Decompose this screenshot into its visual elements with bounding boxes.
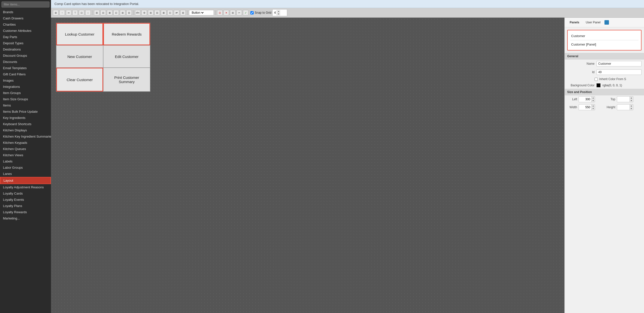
- height-stepper[interactable]: ▲ ▼: [617, 104, 633, 110]
- top-stepper-btns[interactable]: ▲ ▼: [630, 97, 633, 102]
- height-stepper-btns[interactable]: ▲ ▼: [630, 105, 633, 110]
- toolbar-btn-1[interactable]: ⊞: [53, 10, 58, 16]
- sidebar-item-loyalty-cards[interactable]: Loyalty Cards: [0, 190, 51, 197]
- selection-customer-panel[interactable]: Customer [Panel]: [570, 41, 638, 48]
- tab-user-panel[interactable]: User Panel: [583, 20, 603, 25]
- panel-blue-indicator[interactable]: [604, 20, 609, 25]
- toolbar-btn-check[interactable]: ✓: [243, 10, 248, 16]
- sidebar-item-cash-drawers[interactable]: Cash Drawers: [0, 15, 51, 22]
- id-value[interactable]: [596, 69, 642, 75]
- left-down[interactable]: ▼: [591, 99, 595, 102]
- name-value[interactable]: [596, 61, 642, 67]
- sidebar-item-gift-card-filters[interactable]: Gift Card Filters: [0, 71, 51, 77]
- sidebar-item-loyalty-adjustment-reasons[interactable]: Loyalty Adjustment Reasons: [0, 184, 51, 190]
- canvas-btn-lookup-customer[interactable]: Lookup Customer: [56, 23, 103, 45]
- toolbar-btn-11[interactable]: ⊞: [120, 10, 125, 16]
- sidebar-item-lanes[interactable]: Lanes: [0, 171, 51, 177]
- grid-down[interactable]: ▼: [277, 13, 280, 16]
- toolbar-btn-18[interactable]: ⊡: [167, 10, 173, 16]
- sidebar-item-labels[interactable]: Labels: [0, 158, 51, 164]
- toolbar-btn-grid[interactable]: ⊞: [230, 10, 236, 16]
- sidebar-item-kitchen-queues[interactable]: Kitchen Queues: [0, 146, 51, 152]
- toolbar-btn-20[interactable]: ⊞: [180, 10, 186, 16]
- sidebar-item-discount-groups[interactable]: Discount Groups: [0, 53, 51, 59]
- top-input[interactable]: [617, 97, 630, 102]
- sidebar-item-day-parts[interactable]: Day Parts: [0, 34, 51, 40]
- toolbar-btn-17[interactable]: ⊠: [161, 10, 166, 16]
- grid-up[interactable]: ▲: [277, 10, 280, 13]
- toolbar-btn-3[interactable]: ⇔: [66, 10, 71, 16]
- grid-stepper[interactable]: ▲ ▼: [277, 10, 280, 16]
- sidebar-item-item-groups[interactable]: Item Groups: [0, 90, 51, 96]
- toolbar-btn-8[interactable]: ⊟: [100, 10, 106, 16]
- toolbar-btn-16[interactable]: ⊟: [154, 10, 160, 16]
- toolbar-btn-2[interactable]: ↑: [60, 10, 65, 16]
- height-input[interactable]: [617, 105, 630, 110]
- height-down[interactable]: ▼: [630, 107, 633, 110]
- filter-input[interactable]: [2, 2, 50, 8]
- top-down[interactable]: ▼: [630, 99, 633, 102]
- toolbar-btn-5[interactable]: ⊡: [79, 10, 84, 16]
- width-stepper-btns[interactable]: ▲ ▼: [591, 105, 595, 110]
- sidebar-item-loyalty-plans[interactable]: Loyalty Plans: [0, 203, 51, 209]
- sidebar-item-brands[interactable]: Brands: [0, 9, 51, 15]
- sidebar-item-discounts[interactable]: Discounts: [0, 59, 51, 65]
- sidebar-item-items-bulk-price-update[interactable]: Items Bulk Price Update: [0, 109, 51, 115]
- sidebar-item-customer-attributes[interactable]: Customer Attributes: [0, 28, 51, 34]
- sidebar-item-integrations[interactable]: Integrations: [0, 84, 51, 90]
- toolbar-btn-15[interactable]: ⊞: [148, 10, 154, 16]
- width-stepper[interactable]: ▲ ▼: [578, 104, 595, 110]
- sidebar-item-layout[interactable]: Layout: [0, 177, 51, 184]
- canvas-btn-clear-customer[interactable]: Clear Customer: [56, 68, 103, 92]
- name-input[interactable]: [598, 62, 640, 66]
- toolbar-btn-copy[interactable]: ⊡: [217, 10, 222, 16]
- height-up[interactable]: ▲: [630, 105, 633, 107]
- sidebar-item-destinations[interactable]: Destinations: [0, 46, 51, 53]
- sidebar-item-keyboard-shortcuts[interactable]: Keyboard Shortcuts: [0, 121, 51, 127]
- sidebar-item-email-templates[interactable]: Email Templates: [0, 65, 51, 71]
- sidebar-item-labor-groups[interactable]: Labor Groups: [0, 164, 51, 171]
- toolbar-btn-delete[interactable]: ✕: [224, 10, 229, 16]
- toolbar-btn-12[interactable]: ⊟: [126, 10, 132, 16]
- canvas-btn-new-customer[interactable]: New Customer: [56, 45, 103, 68]
- sidebar-item-loyalty-events[interactable]: Loyalty Events: [0, 197, 51, 203]
- toolbar-btn-19[interactable]: ⇄: [174, 10, 179, 16]
- toolbar-btn-7[interactable]: ⊞: [94, 10, 100, 16]
- toolbar-btn-14[interactable]: ⚙: [142, 10, 147, 16]
- sidebar-item-kitchen-key-ingredient-summaries[interactable]: Kitchen Key Ingredient Summaries: [0, 133, 51, 140]
- left-input[interactable]: [579, 97, 591, 102]
- sidebar-item-images[interactable]: Images: [0, 77, 51, 84]
- sidebar-item-charities[interactable]: Charities: [0, 22, 51, 28]
- toolbar-btn-9[interactable]: ⊠: [107, 10, 112, 16]
- width-input[interactable]: [579, 105, 591, 110]
- id-input[interactable]: [598, 70, 640, 74]
- sidebar-item-kitchen-keypads[interactable]: Kitchen Keypads: [0, 140, 51, 146]
- left-stepper-btns[interactable]: ▲ ▼: [591, 97, 595, 102]
- left-up[interactable]: ▲: [591, 97, 595, 99]
- snap-checkbox[interactable]: [250, 11, 254, 15]
- selection-customer[interactable]: Customer: [570, 33, 638, 39]
- sidebar-item-key-ingredients[interactable]: Key Ingredients: [0, 115, 51, 121]
- sidebar-item-deposit-types[interactable]: Deposit Types: [0, 40, 51, 46]
- top-stepper[interactable]: ▲ ▼: [617, 96, 633, 102]
- canvas-btn-print-customer-summary[interactable]: Print Customer Summary: [103, 68, 150, 92]
- toolbar-btn-6[interactable]: ↕: [85, 10, 91, 16]
- canvas-btn-redeem-rewards[interactable]: Redeem Rewards: [103, 23, 150, 45]
- width-down[interactable]: ▼: [591, 107, 595, 110]
- top-up[interactable]: ▲: [630, 97, 633, 99]
- sidebar-item-kitchen-views[interactable]: Kitchen Views: [0, 152, 51, 158]
- sidebar-item-items[interactable]: Items: [0, 102, 51, 109]
- toolbar-btn-10[interactable]: ⊡: [114, 10, 119, 16]
- sidebar-item-kitchen-displays[interactable]: Kitchen Displays: [0, 127, 51, 133]
- left-stepper[interactable]: ▲ ▼: [578, 96, 595, 102]
- sidebar-item-marketing...[interactable]: Marketing...: [0, 215, 51, 221]
- toolbar-btn-13[interactable]: abc: [135, 10, 140, 16]
- toolbar-btn-4[interactable]: ⊤: [72, 10, 78, 16]
- canvas-btn-edit-customer[interactable]: Edit Customer: [103, 45, 150, 68]
- toolbar-btn-cut[interactable]: ✂: [236, 10, 242, 16]
- color-swatch[interactable]: [596, 83, 600, 87]
- sidebar-item-item-size-groups[interactable]: Item Size Groups: [0, 96, 51, 102]
- type-select[interactable]: Button Panel Label Image: [191, 11, 204, 15]
- type-dropdown[interactable]: Button Panel Label Image: [189, 10, 214, 16]
- inherit-checkbox[interactable]: [594, 78, 598, 81]
